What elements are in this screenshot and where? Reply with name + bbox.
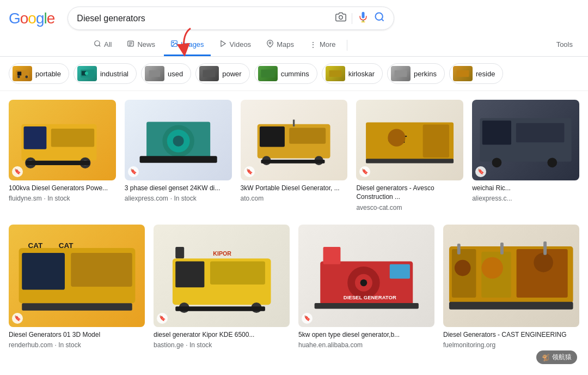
card-meta-1: fluidyne.sm In stock — [9, 193, 116, 202]
svg-line-4 — [382, 19, 384, 21]
filter-perkins-thumb — [391, 66, 411, 81]
svg-rect-25 — [329, 70, 341, 77]
svg-text:CAT: CAT — [28, 241, 42, 250]
tab-videos[interactable]: Videos — [213, 34, 258, 56]
svg-rect-73 — [323, 247, 340, 264]
search-bar[interactable] — [68, 7, 394, 30]
watermark-icon: 🐒 — [542, 354, 550, 358]
card-title-6: Diesel Generators 01 3D Model — [9, 330, 145, 340]
svg-rect-89 — [500, 243, 504, 255]
filter-cummins-thumb — [258, 66, 278, 81]
filter-reside-thumb — [453, 66, 473, 81]
card-meta-7: bastion.ge In stock — [154, 340, 290, 349]
card-meta-5: aliexpress.c... — [472, 193, 579, 202]
svg-point-3 — [376, 13, 383, 20]
svg-rect-71 — [175, 306, 265, 311]
svg-point-56 — [492, 158, 502, 168]
svg-rect-90 — [543, 241, 547, 255]
result-image-1: 🔖 — [9, 100, 116, 180]
svg-rect-16 — [17, 71, 21, 75]
svg-point-76 — [360, 279, 367, 286]
tools-button[interactable]: Tools — [550, 35, 579, 56]
filter-industrial[interactable]: industrial — [74, 63, 137, 84]
svg-rect-59 — [22, 253, 65, 290]
filter-industrial-thumb — [77, 66, 97, 81]
svg-rect-43 — [290, 128, 326, 143]
result-card-3[interactable]: 🔖 3kW Portable Diesel Generator, ... ato… — [236, 95, 352, 216]
tab-images[interactable]: Images — [164, 34, 211, 56]
svg-rect-40 — [139, 156, 217, 163]
generator-svg-4: CAT — [362, 106, 458, 174]
result-image-9 — [443, 225, 579, 327]
card-title-9: Diesel Generators - CAST ENGINEERING — [443, 330, 579, 340]
images-icon — [170, 40, 178, 49]
svg-point-18 — [17, 76, 20, 78]
tab-more[interactable]: ⋮ More — [303, 35, 342, 56]
svg-point-14 — [269, 42, 271, 44]
result-card-5[interactable]: 🔖 weichai Ric... aliexpress.c... — [468, 95, 584, 216]
search-submit-icon[interactable] — [374, 11, 385, 25]
generator-svg-1 — [17, 108, 108, 172]
tab-maps[interactable]: Maps — [260, 34, 301, 56]
tab-news[interactable]: News — [120, 34, 162, 56]
result-card-8[interactable]: DIESEL GENERATOR 🔖 5kw open type diesel … — [294, 220, 439, 353]
svg-rect-30 — [51, 129, 94, 147]
result-card-7[interactable]: KIPOR 🔖 diesel generator Kipor KDE 6500.… — [149, 220, 294, 353]
svg-rect-35 — [26, 160, 89, 165]
svg-point-5 — [95, 41, 100, 46]
image-badge-4: 🔖 — [359, 166, 370, 177]
filter-kirloskar[interactable]: kirloskar — [322, 63, 383, 84]
svg-rect-63 — [22, 304, 132, 311]
result-card-1[interactable]: 🔖 100kva Diesel Generators Powe... fluid… — [4, 95, 120, 216]
card-meta-2: aliexpress.com In stock — [125, 193, 232, 202]
svg-rect-66 — [175, 261, 204, 287]
svg-rect-27 — [457, 70, 469, 77]
result-card-6[interactable]: CAT CAT 🔖 Diesel Generators 01 3D Model … — [4, 220, 149, 353]
result-card-9[interactable]: Diesel Generators - CAST ENGINEERING fue… — [439, 220, 584, 353]
camera-icon[interactable] — [335, 11, 346, 25]
generator-svg-7: KIPOR — [164, 235, 280, 317]
nav-divider — [347, 40, 347, 51]
filter-used-thumb — [145, 66, 164, 81]
search-input[interactable] — [77, 14, 330, 23]
result-image-3: 🔖 — [241, 100, 348, 180]
svg-point-12 — [173, 42, 174, 43]
svg-point-84 — [455, 259, 471, 276]
svg-point-39 — [173, 135, 183, 146]
generator-svg-6: CAT CAT — [16, 232, 138, 319]
filter-cummins[interactable]: cummins — [254, 63, 317, 84]
filter-portable[interactable]: portable — [9, 63, 69, 84]
card-title-2: 3 phase diesel genset 24KW di... — [125, 184, 232, 193]
svg-rect-78 — [314, 303, 418, 309]
tab-all[interactable]: All — [87, 34, 118, 56]
svg-rect-29 — [23, 126, 46, 149]
svg-rect-55 — [516, 123, 565, 142]
filter-power-thumb — [199, 66, 219, 81]
filter-reside[interactable]: reside — [449, 63, 503, 84]
generator-svg-8: DIESEL GENERATOR — [309, 235, 425, 317]
result-image-2: 🔖 — [125, 100, 232, 180]
filter-perkins[interactable]: perkins — [387, 63, 445, 84]
result-card-2[interactable]: 🔖 3 phase diesel genset 24KW di... aliex… — [120, 95, 236, 216]
result-image-8: DIESEL GENERATOR 🔖 — [298, 225, 434, 327]
filter-power[interactable]: power — [195, 63, 249, 84]
watermark: 🐒 领航猿 — [536, 350, 577, 358]
svg-rect-42 — [260, 126, 285, 147]
card-title-8: 5kw open type diesel generator,b... — [298, 330, 434, 340]
divider — [352, 13, 352, 24]
mic-icon[interactable] — [358, 11, 369, 25]
image-badge-6: 🔖 — [12, 313, 23, 324]
google-logo: Google — [9, 10, 54, 27]
svg-text:DIESEL GENERATOR: DIESEL GENERATOR — [344, 294, 396, 300]
result-image-5: 🔖 — [472, 100, 579, 180]
generator-svg-9 — [446, 230, 576, 322]
svg-rect-23 — [203, 70, 216, 77]
image-badge-3: 🔖 — [244, 166, 255, 177]
result-card-4[interactable]: CAT 🔖 Diesel generators - Avesco Constru… — [352, 95, 468, 216]
svg-point-17 — [25, 76, 28, 78]
svg-rect-64 — [175, 247, 184, 258]
news-icon — [127, 40, 134, 49]
filter-used[interactable]: used — [141, 63, 191, 84]
result-image-7: KIPOR 🔖 — [154, 225, 290, 327]
generator-svg-3 — [248, 108, 339, 172]
